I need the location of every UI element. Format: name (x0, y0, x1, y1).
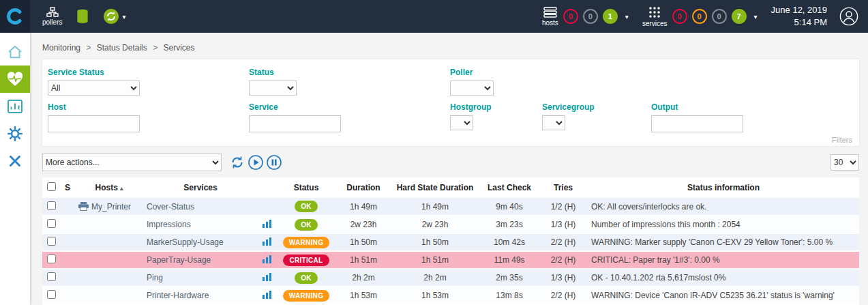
header-hosts[interactable]: Hosts▴ (75, 177, 143, 198)
hosts-down-badge[interactable]: 0 (563, 9, 578, 24)
servicegroup-select[interactable] (542, 115, 565, 130)
chevron-down-icon[interactable]: ▾ (122, 13, 125, 20)
pollers-icon (46, 7, 59, 17)
hosts-menu[interactable]: hosts (542, 7, 558, 27)
breadcrumb-status-details[interactable]: Status Details (97, 43, 147, 53)
filter-panel: Service Status All Status Poller Host (42, 59, 859, 146)
refresh-button[interactable] (230, 155, 245, 170)
services-warning-badge[interactable]: 0 (692, 9, 707, 24)
status-information-cell: WARNING: Marker supply 'Canon C-EXV 29 Y… (588, 233, 859, 251)
poller-configuration-status[interactable]: ▾ (103, 8, 125, 25)
sidebar-item-administration[interactable] (0, 147, 30, 175)
graph-link[interactable] (258, 216, 275, 233)
service-link[interactable]: Ping (143, 269, 258, 287)
table-row-critical: PaperTray-Usage CRITICAL 1h 51m 1h 51m 1… (42, 251, 859, 269)
services-pending-badge[interactable]: 0 (712, 9, 727, 24)
chevron-down-icon[interactable]: ▾ (625, 13, 629, 20)
centreon-c-icon (6, 8, 24, 25)
hosts-pending-badge[interactable]: 0 (583, 9, 598, 24)
services-label: services (642, 20, 668, 27)
service-input[interactable] (249, 115, 341, 132)
last-check-cell: 3m 23s (480, 216, 539, 233)
user-menu[interactable] (839, 7, 858, 26)
graph-link[interactable] (258, 233, 275, 251)
status-information-cell: CRITICAL: Paper tray '1#3': 0.00 % (588, 251, 859, 269)
pollers-label: pollers (42, 18, 62, 26)
last-check-cell: 2m 35s (480, 269, 539, 287)
pause-button[interactable] (267, 155, 282, 170)
clock: June 12, 2019 5:14 PM (771, 4, 827, 28)
table-header-row: S Hosts▴ Services Status Duration Hard S… (42, 177, 859, 198)
services-menu[interactable]: services (642, 6, 668, 27)
sort-asc-icon: ▴ (120, 185, 123, 192)
graph-link[interactable] (258, 269, 275, 287)
hosts-up-badge[interactable]: 1 (603, 9, 618, 24)
services-critical-badge[interactable]: 0 (672, 9, 687, 24)
centreon-logo[interactable] (0, 0, 30, 33)
header-tries[interactable]: Tries (539, 177, 588, 198)
hosts-label: hosts (542, 19, 558, 27)
row-checkbox[interactable] (47, 255, 56, 263)
header-hard-state-duration[interactable]: Hard State Duration (390, 177, 480, 198)
row-checkbox[interactable] (47, 272, 56, 281)
output-input[interactable] (651, 115, 743, 132)
graph-link[interactable] (258, 251, 275, 269)
services-ok-badge[interactable]: 7 (732, 9, 747, 24)
service-status-select[interactable]: All (48, 81, 140, 96)
breadcrumb: Monitoring > Status Details > Services (30, 33, 868, 59)
status-badge: OK (295, 219, 318, 231)
service-link[interactable]: Cover-Status (143, 198, 258, 216)
row-checkbox[interactable] (47, 219, 56, 228)
service-status-label: Service Status (48, 68, 249, 77)
status-badge: WARNING (283, 290, 329, 302)
host-label: Host (48, 102, 249, 112)
filters-caption[interactable]: Filters (832, 136, 852, 144)
header-last-check[interactable]: Last Check (480, 177, 539, 198)
sidebar-item-reporting[interactable] (0, 93, 30, 120)
host-input[interactable] (48, 115, 140, 132)
service-link[interactable]: PaperTray-Usage (143, 251, 258, 269)
status-information-cell: OK: All covers/interlocks are ok. (588, 198, 859, 216)
sidebar-item-configuration[interactable] (0, 120, 30, 147)
last-check-cell: 9m 40s (480, 198, 539, 216)
chevron-down-icon[interactable]: ▾ (754, 13, 758, 20)
sidebar-item-monitoring[interactable] (0, 66, 30, 93)
graph-link[interactable] (258, 287, 275, 304)
header-services[interactable]: Services (143, 177, 258, 198)
service-link[interactable]: MarkerSupply-Usage (143, 233, 258, 251)
service-link[interactable]: Printer-Hardware (143, 287, 258, 304)
play-button[interactable] (248, 155, 263, 170)
hostgroup-select[interactable] (450, 115, 473, 130)
status-select[interactable] (249, 81, 297, 96)
breadcrumb-services: Services (163, 43, 194, 53)
tries-cell: 2/2 (H) (539, 251, 588, 269)
poller-database-status[interactable] (76, 9, 89, 24)
hard-state-duration-cell: 1h 49m (390, 198, 480, 216)
services-status-group[interactable]: services 0 0 0 7 ▾ (642, 6, 758, 27)
more-actions-select[interactable]: More actions... (42, 154, 222, 171)
select-all-checkbox[interactable] (47, 182, 56, 191)
service-link[interactable]: Impressions (143, 216, 258, 233)
poller-select[interactable] (450, 81, 494, 96)
user-icon (839, 7, 858, 26)
breadcrumb-monitoring[interactable]: Monitoring (42, 43, 80, 53)
database-icon (76, 9, 89, 24)
row-checkbox[interactable] (47, 201, 56, 210)
current-date: June 12, 2019 (771, 4, 827, 16)
host-link[interactable]: My_Printer (75, 198, 143, 216)
service-label: Service (249, 102, 450, 112)
sidebar-item-home[interactable] (0, 38, 30, 66)
hosts-status-group[interactable]: hosts 0 0 1 ▾ (542, 7, 629, 27)
row-checkbox[interactable] (47, 290, 56, 299)
page-size-select[interactable]: 30 (830, 154, 859, 171)
header-status-information[interactable]: Status information (588, 177, 859, 198)
header-status[interactable]: Status (275, 177, 337, 198)
hard-state-duration-cell: 1h 50m (390, 233, 480, 251)
services-icon (648, 6, 661, 18)
main-content: Monitoring > Status Details > Services S… (30, 33, 868, 305)
status-badge: OK (295, 201, 318, 212)
header-duration[interactable]: Duration (337, 177, 390, 198)
tries-cell: 2/2 (H) (539, 233, 588, 251)
pollers-menu[interactable]: pollers (42, 7, 62, 26)
row-checkbox[interactable] (47, 237, 56, 246)
